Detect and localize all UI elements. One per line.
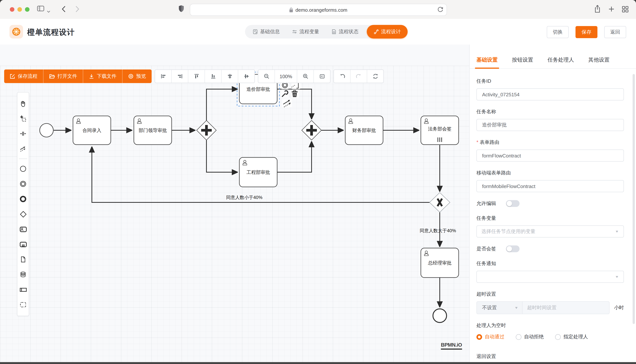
- countersign-toggle[interactable]: [506, 246, 520, 252]
- task-notify-select[interactable]: ▼: [476, 271, 624, 283]
- create-data-store[interactable]: [18, 267, 28, 282]
- zoom-level[interactable]: 100%: [275, 70, 297, 83]
- create-subprocess[interactable]: [18, 237, 28, 252]
- preview-button[interactable]: 预览: [122, 70, 152, 83]
- forward-icon: [75, 6, 79, 14]
- tab-basic-info[interactable]: 基础信息: [247, 26, 286, 38]
- field-task-name: 任务名称: [476, 108, 624, 131]
- zoom-in-button[interactable]: [297, 70, 314, 83]
- address-bar[interactable]: demo.orangeforms.com: [190, 4, 447, 16]
- create-participant[interactable]: [18, 282, 28, 297]
- field-task-variable: 任务变量 选择任务节点使用的变量 ▼: [476, 215, 624, 238]
- minimize-window-button[interactable]: [17, 7, 22, 12]
- task-gm-approval[interactable]: 总经理审批: [421, 248, 459, 278]
- create-user-task[interactable]: [18, 222, 28, 237]
- create-gateway[interactable]: [18, 206, 28, 222]
- flow-engineering-to-gateway2[interactable]: [277, 141, 312, 172]
- share-icon[interactable]: [594, 5, 601, 14]
- field-timeout: 超时设置 不设置 ▼ 超时时间设置 小时: [476, 291, 624, 314]
- url-text: demo.orangeforms.com: [296, 7, 347, 13]
- reload-icon[interactable]: [438, 6, 443, 14]
- save-flow-button[interactable]: 保存流程: [4, 70, 44, 83]
- create-end-event[interactable]: [18, 192, 28, 206]
- back-icon[interactable]: [62, 6, 66, 14]
- palette-divider: [19, 158, 27, 159]
- tab-flow-status[interactable]: 流程状态: [325, 26, 364, 38]
- save-button[interactable]: 保存: [575, 26, 597, 38]
- switch-button[interactable]: 切换: [547, 26, 569, 38]
- task-variable-select[interactable]: 选择任务节点使用的变量 ▼: [476, 226, 624, 238]
- field-reject-setting: 退回设置: [476, 353, 624, 360]
- parallel-gateway-join[interactable]: [302, 120, 321, 140]
- radio-auto-approve[interactable]: 自动通过: [476, 334, 504, 340]
- tab-task-assignee[interactable]: 任务处理人: [547, 57, 574, 64]
- redo-button[interactable]: [350, 70, 367, 83]
- sliders-icon: [292, 29, 297, 34]
- form-route-input[interactable]: [481, 152, 619, 159]
- task-dept-leader-approval[interactable]: 部门领导审批: [134, 116, 172, 144]
- align-left-button[interactable]: [155, 70, 172, 83]
- zoom-out-button[interactable]: [258, 70, 275, 83]
- tab-flow-design[interactable]: 流程设计: [367, 25, 408, 38]
- new-tab-icon[interactable]: [608, 6, 614, 14]
- chevron-down-icon[interactable]: [47, 8, 50, 14]
- align-center-horizontal-button[interactable]: [222, 70, 238, 83]
- bpmn-io-watermark[interactable]: BPMN.iO: [441, 342, 462, 350]
- task-name-input[interactable]: [481, 122, 619, 128]
- timeout-value-input[interactable]: 超时时间设置: [523, 301, 609, 314]
- allow-edit-toggle[interactable]: [506, 200, 520, 207]
- tab-basic-settings[interactable]: 基础设置: [476, 57, 498, 64]
- sidebar-icon[interactable]: [37, 6, 44, 13]
- radio-auto-reject[interactable]: 自动拒绝: [516, 334, 544, 340]
- mobile-form-route-input[interactable]: [481, 183, 619, 189]
- back-button[interactable]: 返回: [604, 26, 626, 38]
- task-engineering-approval[interactable]: 工程部审批: [239, 158, 277, 187]
- create-group[interactable]: [18, 297, 28, 312]
- create-start-event[interactable]: [18, 161, 28, 176]
- exclusive-gateway[interactable]: [430, 192, 450, 212]
- flow-gateway1-to-cost[interactable]: [206, 89, 238, 121]
- parallel-gateway-split[interactable]: [197, 120, 216, 140]
- align-right-button[interactable]: [172, 70, 188, 83]
- align-bottom-button[interactable]: [205, 70, 222, 83]
- create-intermediate-event[interactable]: [18, 176, 28, 192]
- align-button-group: [155, 70, 255, 83]
- shield-icon[interactable]: [178, 5, 184, 14]
- zoom-window-button[interactable]: [25, 7, 30, 12]
- flow-gateway1-to-engineering[interactable]: [206, 140, 238, 172]
- tab-overview-icon[interactable]: [622, 6, 628, 14]
- align-middle-vertical-button[interactable]: [238, 70, 255, 83]
- tab-button-settings[interactable]: 按钮设置: [512, 57, 533, 64]
- open-file-button[interactable]: 打开文件: [44, 70, 83, 83]
- hand-tool[interactable]: [18, 96, 28, 111]
- chevron-down-icon: ▼: [514, 306, 518, 310]
- tab-flow-variables[interactable]: 流程变量: [286, 26, 325, 38]
- timeout-unit: 小时: [614, 304, 624, 311]
- timeout-mode-select[interactable]: 不设置 ▼: [476, 301, 523, 314]
- chevron-down-icon: ▼: [615, 275, 619, 278]
- bpmn-diagram[interactable]: 同意人数小于40% 同意人数大于40% 合同录入 部门领导审批 造价部审批: [0, 44, 469, 364]
- download-file-button[interactable]: 下载文件: [83, 70, 122, 83]
- bpmn-canvas[interactable]: 保存流程 打开文件 下载文件 预览: [0, 44, 469, 364]
- global-connect-tool[interactable]: [18, 141, 28, 156]
- align-top-button[interactable]: [188, 70, 205, 83]
- reset-button[interactable]: [367, 70, 383, 83]
- panel-tabs: 基础设置 按钮设置 任务处理人 其他设置: [470, 44, 636, 69]
- field-countersign: 是否会签: [476, 246, 624, 252]
- lasso-tool[interactable]: [18, 111, 28, 126]
- task-id-input[interactable]: [481, 91, 619, 98]
- tab-other-settings[interactable]: 其他设置: [588, 57, 609, 64]
- end-event[interactable]: [433, 309, 447, 322]
- task-contract-entry[interactable]: 合同录入: [73, 116, 111, 144]
- task-finance-approval[interactable]: 财务部审批: [345, 116, 383, 144]
- undo-button[interactable]: [334, 70, 350, 83]
- zoom-fit-button[interactable]: [314, 70, 330, 83]
- create-data-object[interactable]: [18, 252, 28, 267]
- task-legal-countersign[interactable]: 法务部会签: [421, 116, 459, 144]
- space-tool[interactable]: [18, 126, 28, 141]
- radio-assign-handler[interactable]: 指定处理人: [555, 334, 588, 340]
- svg-text:工程部审批: 工程部审批: [247, 170, 270, 175]
- start-event[interactable]: [40, 124, 53, 137]
- close-window-button[interactable]: [10, 7, 14, 12]
- panel-scrollbar[interactable]: [632, 74, 635, 324]
